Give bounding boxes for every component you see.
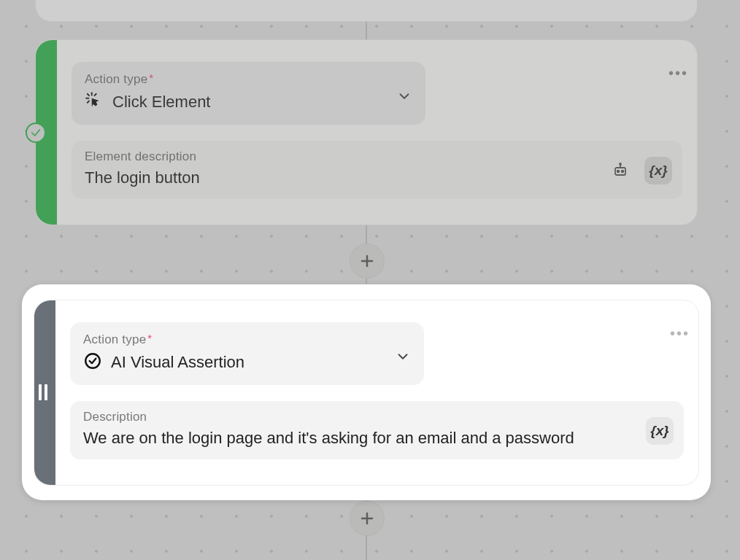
plus-icon: [358, 252, 376, 270]
action-type-select[interactable]: Action type* AI Visual Assertion: [70, 322, 424, 385]
variable-icon: {x}: [650, 423, 668, 439]
chevron-down-icon: [395, 349, 411, 368]
status-stripe-neutral: [34, 300, 55, 485]
chevron-down-icon: [396, 88, 412, 107]
svg-line-2: [88, 94, 89, 96]
add-step-button[interactable]: [350, 501, 385, 536]
action-type-label: Action type*: [85, 72, 412, 87]
robot-icon: [612, 162, 629, 179]
element-description-value: The login button: [85, 168, 669, 187]
action-type-value: Click Element: [112, 93, 210, 112]
status-badge-success: [26, 122, 46, 143]
insert-variable-button[interactable]: {x}: [644, 157, 672, 184]
check-circle-icon: [83, 351, 102, 373]
svg-point-9: [622, 171, 624, 173]
svg-point-7: [620, 163, 621, 165]
action-type-value: AI Visual Assertion: [111, 353, 244, 372]
description-label: Description: [83, 410, 671, 424]
description-field[interactable]: Description We are on the login page and…: [70, 401, 684, 459]
ai-assist-button[interactable]: [606, 157, 634, 184]
svg-line-3: [95, 94, 96, 96]
step-card-click-element[interactable]: ••• Action type* Click: [35, 39, 698, 225]
svg-point-12: [85, 354, 100, 368]
svg-point-8: [617, 171, 620, 173]
step-card-ai-visual-assertion[interactable]: ••• Action type* AI Visual Assertion: [34, 300, 699, 486]
step-card-partial: [35, 0, 698, 22]
cursor-click-icon: [85, 91, 104, 113]
variable-icon: {x}: [649, 163, 667, 179]
plus-icon: [358, 510, 376, 527]
element-description-field[interactable]: Element description The login button: [72, 141, 682, 199]
svg-line-4: [88, 101, 89, 103]
selected-step-highlight: ••• Action type* AI Visual Assertion: [22, 284, 711, 500]
insert-variable-button[interactable]: {x}: [646, 417, 674, 445]
required-marker: *: [149, 71, 153, 84]
element-description-label: Element description: [85, 149, 669, 164]
description-value: We are on the login page and it's asking…: [83, 429, 671, 448]
required-marker: *: [147, 332, 152, 344]
action-type-select[interactable]: Action type* Click Element: [72, 62, 425, 125]
pause-icon: [39, 384, 52, 400]
action-type-label: Action type*: [83, 332, 411, 347]
add-step-button[interactable]: [350, 244, 385, 279]
flow-canvas[interactable]: ••• Action type* Click: [0, 0, 740, 560]
